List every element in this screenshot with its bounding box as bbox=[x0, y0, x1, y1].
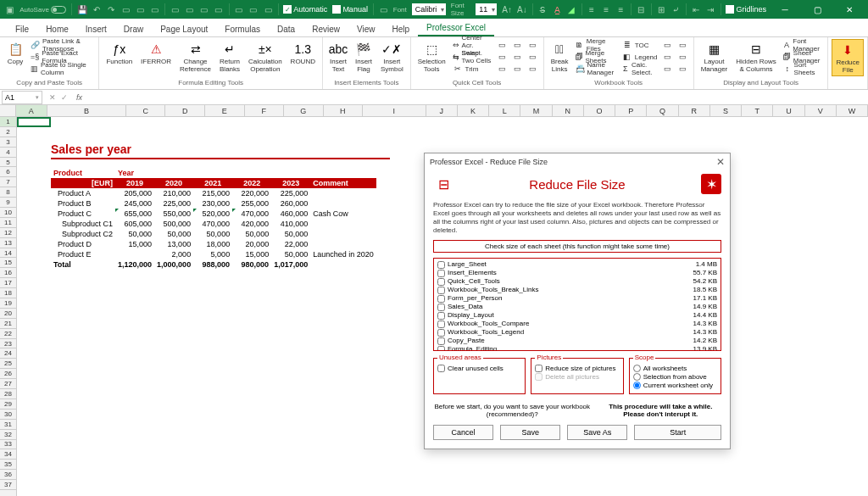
iferror-button[interactable]: ⚠IFERROR bbox=[137, 39, 175, 75]
reduce-file-button[interactable]: ⬇Reduce File bbox=[832, 39, 864, 76]
row-header[interactable]: 22 bbox=[0, 329, 16, 339]
gridlines-checkbox[interactable]: ✓Gridlines bbox=[726, 5, 766, 14]
row-header[interactable]: 10 bbox=[0, 208, 16, 218]
col-header[interactable]: N bbox=[553, 105, 584, 116]
return-blanks-button[interactable]: ↵Return Blanks bbox=[216, 39, 243, 75]
col-header[interactable]: O bbox=[584, 105, 615, 116]
fill-color-icon[interactable]: ◢ bbox=[567, 3, 576, 16]
col-header[interactable]: M bbox=[520, 105, 552, 116]
hidden-rows-button[interactable]: ⊟Hidden Rows & Columns bbox=[732, 39, 780, 75]
qc-icon[interactable]: ▭ bbox=[511, 39, 525, 51]
wb-icon[interactable]: ▭ bbox=[661, 63, 675, 75]
tab-help[interactable]: Help bbox=[383, 22, 418, 36]
row-header[interactable]: 16 bbox=[0, 268, 16, 278]
fx-icon[interactable]: fx bbox=[73, 93, 86, 102]
start-button[interactable]: Start bbox=[634, 425, 721, 440]
increase-font-icon[interactable]: A↑ bbox=[502, 3, 512, 16]
wb-icon[interactable]: ▭ bbox=[661, 39, 675, 51]
col-header[interactable]: A bbox=[16, 105, 47, 116]
sheet-list[interactable]: Large_Sheet1.4 MBInsert_Elements55.7 KBQ… bbox=[433, 258, 721, 351]
dialog-close-button[interactable]: ✕ bbox=[716, 156, 725, 168]
row-header[interactable]: 18 bbox=[0, 288, 16, 298]
tab-view[interactable]: View bbox=[348, 22, 384, 36]
qat-icon[interactable]: ▭ bbox=[199, 3, 209, 16]
row-header[interactable]: 20 bbox=[0, 309, 16, 319]
row-header[interactable]: 9 bbox=[0, 198, 16, 208]
function-button[interactable]: ƒxFunction bbox=[103, 39, 136, 75]
row-header[interactable]: 13 bbox=[0, 238, 16, 248]
font-combo[interactable]: Calibri bbox=[412, 3, 446, 15]
col-header[interactable]: G bbox=[284, 105, 324, 116]
col-header[interactable]: I bbox=[363, 105, 426, 116]
selection-tools-button[interactable]: ⬚Selection Tools bbox=[415, 39, 449, 75]
indent-icon[interactable]: ⇤ bbox=[691, 3, 700, 16]
tab-review[interactable]: Review bbox=[303, 22, 348, 36]
wb-icon[interactable]: ▭ bbox=[676, 51, 690, 63]
change-ref-button[interactable]: ⇄Change Reference bbox=[176, 39, 214, 75]
row-header[interactable]: 14 bbox=[0, 248, 16, 259]
align-left-icon[interactable]: ≡ bbox=[587, 3, 596, 16]
autosave-toggle[interactable]: AutoSave bbox=[19, 6, 66, 14]
sort-sheets-button[interactable]: ↕Sort Sheets bbox=[782, 63, 825, 75]
insert-text-button[interactable]: abcInsert Text bbox=[326, 39, 350, 75]
check-size-button[interactable]: Check size of each sheet (this function … bbox=[433, 240, 721, 253]
row-header[interactable]: 27 bbox=[0, 379, 16, 389]
tab-insert[interactable]: Insert bbox=[77, 22, 115, 36]
merge-icon[interactable]: ⊞ bbox=[656, 3, 665, 16]
reduce-pictures-checkbox[interactable]: Reduce size of pictures bbox=[535, 365, 619, 372]
qat-icon[interactable]: ▭ bbox=[234, 3, 243, 16]
row-header[interactable]: 8 bbox=[0, 187, 16, 198]
qc-icon[interactable]: ▭ bbox=[526, 39, 540, 51]
clear-unused-checkbox[interactable]: Clear unused cells bbox=[437, 365, 521, 372]
row-header[interactable]: 23 bbox=[0, 339, 16, 349]
row-header[interactable]: 26 bbox=[0, 369, 16, 379]
row-header[interactable]: 30 bbox=[0, 410, 16, 420]
cancel-icon[interactable]: ✕ bbox=[49, 93, 56, 102]
wb-icon[interactable]: ▭ bbox=[676, 39, 690, 51]
col-header[interactable]: V bbox=[805, 105, 837, 116]
scope-all-radio[interactable]: All worksheets bbox=[633, 365, 717, 372]
round-button[interactable]: 1.3ROUND bbox=[287, 39, 319, 75]
outdent-icon[interactable]: ⇥ bbox=[706, 3, 715, 16]
row-header[interactable]: 12 bbox=[0, 228, 16, 238]
calc-select-button[interactable]: ΣCalc. Select. bbox=[620, 63, 659, 75]
row-header[interactable]: 5 bbox=[0, 158, 16, 168]
minimize-button[interactable]: ─ bbox=[771, 0, 798, 19]
tab-draw[interactable]: Draw bbox=[115, 22, 152, 36]
layout-manager-button[interactable]: ▦Layout Manager bbox=[698, 39, 732, 75]
col-header[interactable]: B bbox=[47, 105, 126, 116]
col-header[interactable]: R bbox=[679, 105, 710, 116]
tab-formulas[interactable]: Formulas bbox=[216, 22, 269, 36]
qat-icon[interactable]: ▭ bbox=[136, 3, 145, 16]
qc-icon[interactable]: ▭ bbox=[496, 63, 509, 75]
row-header[interactable]: 32 bbox=[0, 430, 16, 440]
row-header[interactable]: 2 bbox=[0, 127, 16, 137]
sheet-list-row[interactable]: Form_per_Person17.1 KB bbox=[436, 294, 719, 303]
sheet-list-row[interactable]: Copy_Paste14.2 KB bbox=[436, 337, 719, 345]
insert-flag-button[interactable]: 🏁Insert Flag bbox=[352, 39, 376, 75]
qat-icon[interactable]: ▭ bbox=[379, 3, 388, 16]
swap-cells-button[interactable]: ⇆Swap Two Cells bbox=[451, 51, 494, 63]
qc-icon[interactable]: ▭ bbox=[496, 51, 509, 63]
tab-home[interactable]: Home bbox=[37, 22, 77, 36]
trim-button[interactable]: ✂Trim bbox=[451, 63, 494, 75]
row-header[interactable]: 1 bbox=[0, 117, 16, 127]
scope-current-radio[interactable]: Current worksheet only bbox=[633, 382, 717, 389]
align-center-icon[interactable]: ≡ bbox=[602, 3, 611, 16]
wb-icon[interactable]: ▭ bbox=[661, 51, 675, 63]
redo-icon[interactable]: ↷ bbox=[107, 3, 116, 16]
row-header[interactable]: 21 bbox=[0, 319, 16, 329]
manual-checkbox[interactable]: ✓Manual bbox=[332, 5, 368, 14]
row-header[interactable]: 17 bbox=[0, 278, 16, 288]
qat-icon[interactable]: ▭ bbox=[121, 3, 131, 16]
qc-icon[interactable]: ▭ bbox=[526, 63, 540, 75]
qat-icon[interactable]: ▭ bbox=[214, 3, 223, 16]
strike-icon[interactable]: S̶ bbox=[537, 3, 547, 16]
cancel-button[interactable]: Cancel bbox=[433, 425, 493, 440]
row-header[interactable]: 29 bbox=[0, 399, 16, 410]
sheet-list-row[interactable]: Sales_Data14.9 KB bbox=[436, 303, 719, 311]
col-header[interactable]: S bbox=[710, 105, 742, 116]
col-header[interactable]: J bbox=[426, 105, 458, 116]
col-header[interactable]: U bbox=[773, 105, 804, 116]
enter-icon[interactable]: ✓ bbox=[61, 93, 68, 102]
